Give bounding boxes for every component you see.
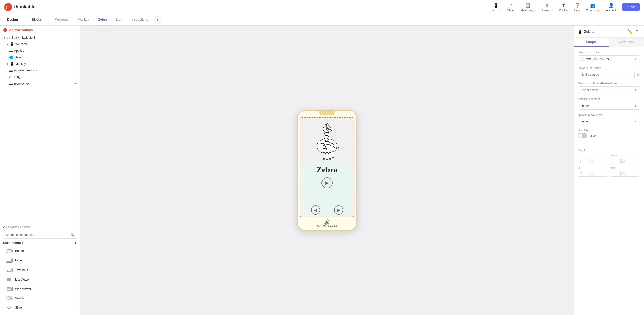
svg-point-20	[328, 128, 328, 128]
valign-arrow: ▼	[634, 104, 637, 108]
valign-select[interactable]: center ▼	[578, 102, 640, 110]
prop-section: BackgroundColor rgba(235, 255, 249, 1) ▼…	[574, 47, 644, 149]
publish-button[interactable]: ⬆ Publish	[559, 3, 568, 12]
margin-bottom-item: bottom px	[610, 154, 640, 164]
add-components-title: Add Components	[3, 225, 77, 229]
account-button[interactable]: 👤 Account	[606, 3, 616, 12]
tree-item-image1[interactable]: ▭ Image1	[0, 74, 80, 80]
svg-point-27	[323, 158, 325, 160]
tree-arrow-monkey: ▼	[6, 63, 9, 65]
component-item-switch[interactable]: Switch	[3, 294, 77, 302]
svg-point-29	[329, 158, 331, 160]
svg-point-14	[8, 307, 10, 309]
tree-label-bear: Bear	[15, 56, 21, 59]
page-tab-lion[interactable]: Lion	[112, 14, 127, 25]
bgresize-select[interactable]: Select option ▼	[578, 86, 640, 94]
tree-header: 🔴 Animal Sounds	[0, 26, 80, 34]
textinput-comp-icon	[6, 268, 13, 272]
margin-left-input[interactable]	[578, 170, 588, 176]
more-dots-icon[interactable]: ···	[74, 81, 77, 86]
advanced-tab[interactable]: Advanced	[609, 38, 644, 47]
component-item-textinput[interactable]: Text Input	[3, 266, 77, 274]
add-components-section: Add Components 🔍 User Interface ▲ Button	[0, 222, 80, 315]
page-tab-zebra[interactable]: Zebra	[94, 14, 111, 25]
edit-icon-button[interactable]: ✏️	[627, 29, 633, 34]
tree-item-apptitle[interactable]: ▬ Apptitle	[0, 47, 80, 54]
tree-item-monkey[interactable]: ▼ 📱 Monkey	[0, 61, 80, 67]
divider	[578, 142, 640, 142]
tree-item-bear[interactable]: 🌐 Bear	[0, 54, 80, 61]
ui-section-header[interactable]: User Interface ▲	[3, 241, 77, 245]
margin-left-label: left	[578, 166, 608, 169]
live-test-button[interactable]: 📱 Live Test	[490, 3, 501, 12]
tree-label-monkey-text: monkey text	[14, 82, 30, 85]
publish-icon: ⬆	[562, 3, 566, 8]
component-item-button[interactable]: Button	[3, 247, 77, 255]
tabs-bar: Design Blocks Welcome Monkey Zebra Lion …	[0, 14, 644, 26]
component-item-webviewer[interactable]: Web Viewer	[3, 285, 77, 293]
halign-value: center	[581, 120, 589, 123]
community-button[interactable]: 👥 Community	[586, 3, 600, 12]
margin-top-input[interactable]	[578, 158, 588, 164]
margin-grid: top px bottom px left	[578, 154, 640, 177]
bgpicture-clear-button[interactable]: ✕	[637, 71, 640, 78]
margin-top-row: px	[578, 158, 608, 164]
halign-select[interactable]: center ▼	[578, 118, 640, 125]
component-item-slider[interactable]: Slider	[3, 303, 77, 312]
zebra-svg	[311, 121, 343, 160]
bgcolor-label: BackgroundColor	[578, 51, 640, 54]
tree-label-apptitle: Apptitle	[14, 49, 24, 52]
play-button[interactable]: ▶	[321, 177, 333, 188]
tree-label-image1: Image1	[14, 75, 24, 79]
search-components-input[interactable]	[3, 231, 77, 239]
bgcolor-value[interactable]: rgba(235, 255, 249, 1) ▼	[578, 55, 640, 63]
blocks-tab[interactable]: Blocks	[25, 14, 49, 25]
switch-comp-label: Switch	[15, 297, 24, 300]
page-tabs: Welcome Monkey Zebra Lion Instructions +	[49, 14, 644, 25]
component-item-label[interactable]: Label	[3, 256, 77, 265]
tree-header-label: Animal Sounds	[9, 28, 33, 32]
phone-bottom-component: 🔊 Text_To_Speech1	[298, 219, 356, 228]
component-item-listviewer[interactable]: List Viewer	[3, 275, 77, 284]
tree-item-monkey-previous[interactable]: ▬ monkey previous	[0, 67, 80, 74]
margin-bottom-input[interactable]	[610, 158, 620, 164]
tree-header-icon: 🔴	[3, 28, 7, 32]
tree-icon-stack: 🗂	[7, 36, 10, 40]
svg-point-21	[324, 124, 326, 127]
prev-nav-button[interactable]: ◀	[311, 205, 320, 215]
margin-left-item: left px	[578, 166, 608, 177]
scrollable-label: Scrollable	[578, 129, 640, 132]
design-tab[interactable]: Design	[0, 14, 25, 25]
top-nav: t thunkable 📱 Live Test ↗ Share 📋 Make C…	[0, 0, 644, 14]
download-button[interactable]: ⬇ Download	[541, 3, 553, 12]
bgpicture-row: ✕	[578, 71, 640, 78]
margin-bottom-unit: px	[620, 158, 627, 164]
public-button[interactable]: Public	[622, 3, 640, 11]
tree-item-stack-navigator[interactable]: ▼ 🗂 Stack_Navigator1	[0, 34, 80, 41]
tree-icon-monkey-previous: ▬	[9, 68, 13, 72]
simple-tab[interactable]: Simple	[574, 38, 609, 47]
page-tab-welcome[interactable]: Welcome	[51, 14, 73, 25]
main-content: 🔴 Animal Sounds ▼ 🗂 Stack_Navigator1 ▼ 📱…	[0, 26, 644, 315]
page-tab-monkey[interactable]: Monkey	[74, 14, 93, 25]
center-canvas: Zebra ▶ ◀ ▶ 🔊 Text_To_Speech1	[80, 26, 574, 315]
help-button[interactable]: ❓ Help	[574, 3, 580, 12]
tree-item-monkey-text[interactable]: ▬ monkey text ···	[0, 80, 80, 87]
delete-icon-button[interactable]: 🗑	[635, 29, 640, 34]
svg-point-30	[332, 157, 334, 158]
label-comp-icon	[6, 258, 13, 263]
svg-rect-26	[332, 152, 334, 158]
page-tab-instructions[interactable]: Instructions	[127, 14, 152, 25]
tree-item-welcome[interactable]: ▼ 📱 Welcome	[0, 41, 80, 47]
make-copy-button[interactable]: 📋 Make Copy	[521, 3, 535, 12]
scrollable-toggle[interactable]	[578, 133, 587, 138]
bgpicture-input[interactable]	[578, 71, 635, 78]
next-nav-button[interactable]: ▶	[334, 205, 343, 215]
svg-point-22	[326, 123, 328, 127]
add-page-button[interactable]: +	[154, 16, 161, 23]
margin-right-unit: px	[620, 171, 627, 176]
margin-right-input[interactable]	[610, 170, 620, 176]
margin-bottom-row: px	[610, 158, 640, 164]
share-button[interactable]: ↗ Share	[507, 3, 515, 12]
phone-screen: Zebra ▶ ◀ ▶	[300, 117, 354, 217]
